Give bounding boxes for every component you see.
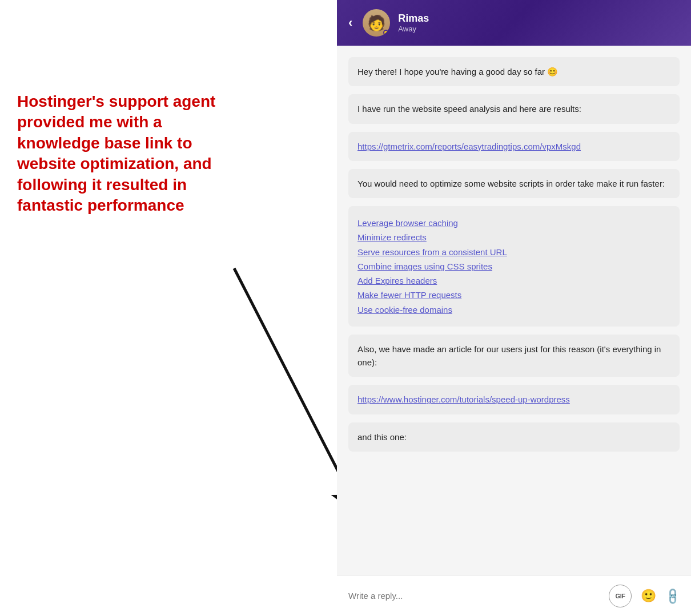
- message-2: I have run the website speed analysis an…: [348, 94, 680, 123]
- gtmetrix-link[interactable]: https://gtmetrix.com/reports/easytrading…: [357, 142, 581, 151]
- link-expires-headers[interactable]: Add Expires headers: [357, 276, 437, 285]
- optimization-links: Leverage browser caching Minimize redire…: [357, 216, 670, 316]
- message-3: https://gtmetrix.com/reports/easytrading…: [348, 132, 680, 161]
- hostinger-link[interactable]: https://www.hostinger.com/tutorials/spee…: [357, 394, 570, 404]
- list-item: Minimize redirects: [357, 231, 670, 244]
- svg-line-0: [234, 268, 354, 502]
- message-7: https://www.hostinger.com/tutorials/spee…: [348, 385, 680, 414]
- gif-button[interactable]: GIF: [609, 585, 632, 607]
- emoji-button[interactable]: 🙂: [641, 589, 656, 603]
- header-info: Rimas Away: [398, 13, 429, 33]
- link-http-requests[interactable]: Make fewer HTTP requests: [357, 290, 461, 300]
- message-6: Also, we have made an article for our us…: [348, 335, 680, 377]
- chat-messages: Hey there! I hope you're having a good d…: [337, 46, 691, 575]
- list-item: Combine images using CSS sprites: [357, 260, 670, 273]
- list-item: Make fewer HTTP requests: [357, 288, 670, 301]
- back-button[interactable]: ‹: [348, 15, 352, 30]
- chat-header: ‹ 🧑 Rimas Away: [337, 0, 691, 46]
- link-minimize-redirects[interactable]: Minimize redirects: [357, 232, 427, 242]
- annotation-text: Hostinger's support agent provided me wi…: [17, 91, 228, 216]
- reply-input[interactable]: [348, 591, 600, 601]
- link-serve-resources[interactable]: Serve resources from a consistent URL: [357, 247, 507, 257]
- link-css-sprites[interactable]: Combine images using CSS sprites: [357, 261, 492, 271]
- list-item: Add Expires headers: [357, 274, 670, 287]
- message-6-text: Also, we have made an article for our us…: [357, 344, 661, 367]
- avatar: 🧑: [363, 9, 390, 37]
- message-1-text: Hey there! I hope you're having a good d…: [357, 67, 558, 77]
- chat-panel: ‹ 🧑 Rimas Away Hey there! I hope you're …: [337, 0, 691, 616]
- list-item: Leverage browser caching: [357, 216, 670, 230]
- list-item: Serve resources from a consistent URL: [357, 245, 670, 259]
- attach-button[interactable]: 🔗: [662, 586, 682, 606]
- link-leverage-caching[interactable]: Leverage browser caching: [357, 218, 458, 228]
- list-item: Use cookie-free domains: [357, 303, 670, 316]
- message-5-links: Leverage browser caching Minimize redire…: [348, 206, 680, 327]
- message-4-text: You would need to optimize some website …: [357, 179, 665, 188]
- message-4: You would need to optimize some website …: [348, 169, 680, 198]
- message-8: and this one:: [348, 422, 680, 452]
- message-8-text: and this one:: [357, 432, 407, 442]
- message-2-text: I have run the website speed analysis an…: [357, 104, 581, 114]
- link-cookie-free[interactable]: Use cookie-free domains: [357, 305, 452, 315]
- message-1: Hey there! I hope you're having a good d…: [348, 57, 680, 86]
- agent-status: Away: [398, 25, 429, 33]
- status-indicator: [383, 30, 389, 35]
- chat-footer: GIF 🙂 🔗: [337, 575, 691, 616]
- agent-name: Rimas: [398, 13, 429, 25]
